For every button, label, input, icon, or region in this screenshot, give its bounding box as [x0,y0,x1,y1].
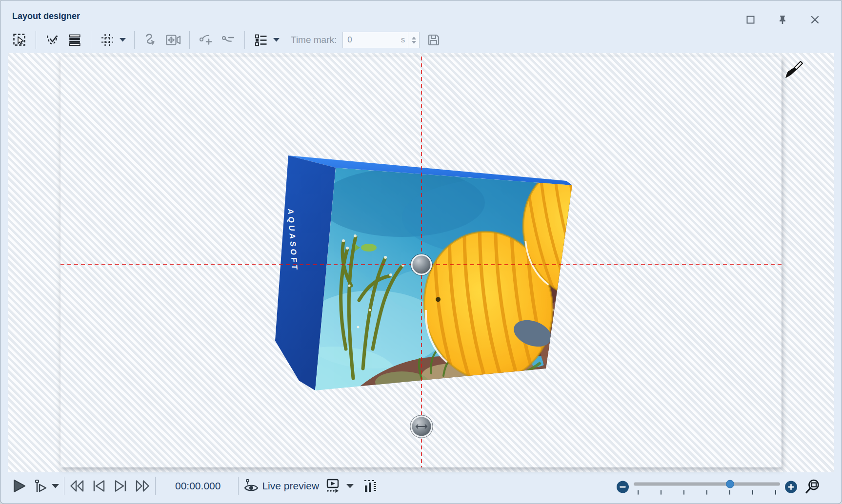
grid-dropdown-button[interactable] [119,32,126,48]
play-from-marker-button[interactable] [33,476,48,496]
chevron-down-icon [273,38,280,42]
separator [91,31,91,49]
rewind-button[interactable] [69,476,85,496]
fast-forward-button[interactable] [135,476,150,496]
remove-keyframe-button [220,32,237,48]
layers-tool-button[interactable] [66,32,83,48]
time-mark-unit: s [400,35,408,45]
separator [189,31,190,49]
separator [244,31,245,49]
separator [134,31,135,49]
time-mark-label: Time mark: [291,35,337,45]
cube-object[interactable]: AQUASOFT [270,155,648,405]
stage-preview[interactable]: AQUASOFT [60,57,782,467]
scene-overlay: AQUASOFT [60,57,782,467]
previous-button[interactable] [92,476,106,496]
zoom-slider-thumb[interactable] [726,480,734,488]
rewind-icon [69,479,85,493]
save-icon [427,33,441,47]
bottom-handle[interactable] [410,415,433,438]
skip-end-icon [113,479,128,493]
next-button[interactable] [113,476,128,496]
magnifier-fit-icon [804,479,821,495]
pin-icon [779,15,786,24]
select-tool-button[interactable] [11,32,28,48]
play-icon [12,479,26,493]
zoom-slider-track[interactable] [634,483,780,486]
zoom-slider-ticks [638,490,776,495]
chevron-down-icon [346,484,354,488]
add-keyframe-icon [199,33,213,47]
select-tool-icon [13,33,26,47]
object-list-icon [254,33,268,47]
chevron-down-icon [52,484,59,488]
zoom-cluster [617,477,821,497]
layers-icon [68,33,81,47]
save-time-mark-button [425,32,442,48]
pin-button[interactable] [777,14,788,25]
time-mark-input [343,35,400,45]
close-icon [811,16,819,24]
spinner-down-icon [412,41,416,44]
maximize-button[interactable] [745,14,756,25]
chevron-down-icon [120,38,126,42]
separator [36,31,36,49]
fast-forward-icon [135,479,150,493]
skip-start-icon [92,479,106,493]
play-from-marker-icon [33,479,48,493]
grid-icon [100,33,114,47]
render-preview-dropdown[interactable] [346,476,354,496]
zoom-in-button[interactable] [785,481,797,493]
close-button[interactable] [809,14,820,25]
spinner-up-icon [412,37,416,39]
titlebar: Layout designer [0,0,842,27]
object-list-button[interactable] [253,32,269,48]
plus-icon [788,484,794,490]
zoom-slider[interactable] [634,480,780,494]
motion-path-icon [143,33,158,47]
render-preview-icon [324,478,340,494]
grid-tool-button[interactable] [99,32,116,48]
motion-path-tool-button [142,32,159,48]
live-preview-toggle[interactable] [243,476,259,496]
object-list-dropdown-button[interactable] [272,32,280,48]
zoom-fit-button[interactable] [804,477,821,497]
play-button[interactable] [12,476,26,496]
toolbar: Time mark: s [0,27,842,53]
brush-cursor-icon [784,60,804,79]
render-preview-button[interactable] [324,476,340,496]
panel-title: Layout designer [12,11,80,21]
transport-bar: 00:00.000 Live preview [8,472,834,500]
minus-icon [620,484,626,490]
time-display: 00:00.000 [175,480,221,492]
separator [238,477,239,495]
separator [155,477,156,495]
path-curve-tool-button[interactable] [44,32,60,48]
play-options-dropdown[interactable] [52,476,59,496]
time-mark-box: s [342,32,420,48]
layout-designer-panel: Layout designer [0,0,842,504]
canvas-area[interactable]: AQUASOFT [8,53,834,472]
live-preview-label: Live preview [262,480,319,492]
time-mark-spinner [408,32,419,48]
maximize-icon [746,16,755,24]
camera-pan-tool-button [165,32,181,48]
add-keyframe-button [198,32,214,48]
camera-pan-icon [165,33,181,47]
levels-icon [362,479,377,493]
center-handle[interactable] [411,254,432,275]
live-preview-eye-icon [243,478,259,494]
separator [64,477,64,495]
window-controls [745,14,820,25]
path-curve-icon [45,33,59,47]
zoom-out-button[interactable] [617,481,629,493]
remove-keyframe-icon [221,33,236,47]
levels-button[interactable] [362,476,377,496]
